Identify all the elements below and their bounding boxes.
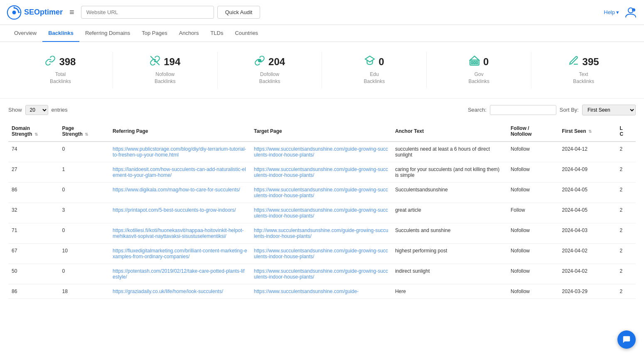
edu-number: 0	[379, 56, 384, 68]
col-header-referring-page: Referring Page	[109, 121, 251, 142]
referring-page-link[interactable]: https://fluxedigitalmarketing.com/brilli…	[113, 248, 247, 259]
total-backlinks-icon	[45, 55, 56, 68]
table-row: 50 0 https://potentash.com/2019/02/12/ta…	[8, 264, 636, 284]
entries-label: entries	[52, 107, 68, 113]
target-page-link[interactable]: https://www.succulentsandsunshine.com/gu…	[254, 207, 388, 219]
target-page-link[interactable]: https://www.succulentsandsunshine.com/gu…	[254, 146, 388, 158]
referring-page-link[interactable]: https://kotiliesi.fi/koti/huonekasvit/na…	[113, 227, 244, 239]
target-page-link[interactable]: http://www.succulentsandsunshine.com/gui…	[254, 227, 388, 239]
cell-target-page: https://www.succulentsandsunshine.com/gu…	[251, 243, 392, 264]
cell-target-page: https://www.succulentsandsunshine.com/gu…	[251, 142, 392, 162]
controls-right: Search: Sort By: First Seen Domain Stren…	[468, 105, 636, 115]
cell-first-seen: 2024-04-05	[559, 182, 617, 203]
search-label: Search:	[468, 107, 487, 113]
gov-label: GovBacklinks	[468, 71, 489, 85]
quick-audit-button[interactable]: Quick Audit	[217, 6, 261, 19]
cell-first-seen: 2024-04-02	[559, 243, 617, 264]
tab-overview[interactable]: Overview	[8, 25, 42, 42]
stat-dofollow: 204 DofollowBacklinks	[218, 52, 322, 88]
cell-follow-nofollow: Nofollow	[507, 142, 559, 162]
cell-target-page: https://www.succulentsandsunshine.com/gu…	[251, 264, 392, 284]
svg-rect-10	[474, 61, 475, 64]
cell-anchor-text: caring for your succulents (and not kill…	[392, 162, 507, 182]
cell-target-page: https://www.succulentsandsunshine.com/gu…	[251, 203, 392, 223]
tab-backlinks[interactable]: Backlinks	[42, 25, 79, 42]
sort-select[interactable]: First Seen Domain Strength Page Strength	[582, 105, 636, 115]
cell-first-seen: 2024-04-03	[559, 223, 617, 243]
referring-page-link[interactable]: https://potentash.com/2019/02/12/take-ca…	[113, 268, 245, 280]
col-header-domain-strength[interactable]: DomainStrength ⇅	[8, 121, 59, 142]
svg-rect-11	[476, 61, 477, 64]
target-page-link[interactable]: https://www.succulentsandsunshine.com/gu…	[254, 187, 388, 198]
target-page-link[interactable]: https://www.succulentsandsunshine.com/gu…	[254, 289, 359, 294]
hamburger-icon[interactable]: ≡	[69, 7, 74, 17]
cell-page-strength: 0	[59, 142, 110, 162]
col-header-follow-nofollow: Follow /Nofollow	[507, 121, 559, 142]
svg-point-6	[258, 59, 261, 62]
gov-number: 0	[483, 56, 489, 68]
help-button[interactable]: Help ▾	[604, 9, 619, 15]
stat-nofollow: 194 NofollowBacklinks	[113, 52, 218, 88]
logo-icon	[7, 5, 22, 20]
cell-anchor-text: Succulents and sunshine	[392, 223, 507, 243]
cell-lc: 2	[617, 243, 636, 264]
cell-referring-page: https://printapot.com/5-best-succulents-…	[109, 203, 251, 223]
cell-page-strength: 3	[59, 203, 110, 223]
table-row: 32 3 https://printapot.com/5-best-succul…	[8, 203, 636, 223]
cell-lc: 2	[617, 284, 636, 298]
tab-top-pages[interactable]: Top Pages	[136, 25, 173, 42]
svg-text:+: +	[633, 10, 634, 12]
target-page-link[interactable]: https://www.succulentsandsunshine.com/gu…	[254, 268, 388, 280]
cell-domain-strength: 71	[8, 223, 59, 243]
referring-page-link[interactable]: https://printapot.com/5-best-succulents-…	[113, 207, 236, 213]
nav-tabs: Overview Backlinks Referring Domains Top…	[0, 25, 644, 42]
stat-text: 395 TextBacklinks	[531, 52, 636, 88]
edu-icon	[364, 55, 375, 68]
cell-follow-nofollow: Nofollow	[507, 182, 559, 203]
gov-icon	[469, 55, 480, 68]
cell-referring-page: https://fluxedigitalmarketing.com/brilli…	[109, 243, 251, 264]
cell-follow-nofollow: Follow	[507, 203, 559, 223]
search-input[interactable]	[490, 105, 556, 115]
col-header-first-seen[interactable]: First Seen ⇅	[559, 121, 617, 142]
col-header-page-strength[interactable]: PageStrength ⇅	[59, 121, 110, 142]
target-page-link[interactable]: https://www.succulentsandsunshine.com/gu…	[254, 166, 388, 178]
referring-page-link[interactable]: https://lanidoesit.com/how-succulents-ca…	[113, 166, 246, 178]
svg-point-1	[12, 10, 16, 14]
referring-page-link[interactable]: https://www.publicstorage.com/blog/diy/d…	[113, 146, 246, 158]
cell-anchor-text: Here	[392, 284, 507, 298]
cell-target-page: https://www.succulentsandsunshine.com/gu…	[251, 162, 392, 182]
table-header-row: DomainStrength ⇅ PageStrength ⇅ Referrin…	[8, 121, 636, 142]
nofollow-number: 194	[164, 56, 180, 68]
backlinks-table-wrapper: DomainStrength ⇅ PageStrength ⇅ Referrin…	[0, 121, 644, 299]
cell-domain-strength: 67	[8, 243, 59, 264]
tab-countries[interactable]: Countries	[229, 25, 264, 42]
cell-follow-nofollow: Nofollow	[507, 264, 559, 284]
cell-domain-strength: 50	[8, 264, 59, 284]
entries-select[interactable]: 20 10 50 100	[25, 105, 48, 115]
cell-follow-nofollow: Nofollow	[507, 162, 559, 182]
cell-lc: 2	[617, 203, 636, 223]
cell-page-strength: 0	[59, 182, 110, 203]
header-right: Help ▾ +	[604, 6, 637, 19]
referring-page-link[interactable]: https://www.digikala.com/mag/how-to-care…	[113, 187, 240, 193]
dofollow-number: 204	[268, 56, 285, 68]
user-icon[interactable]: +	[624, 6, 637, 19]
cell-referring-page: https://lanidoesit.com/how-succulents-ca…	[109, 162, 251, 182]
dofollow-label: DofollowBacklinks	[259, 71, 280, 85]
cell-follow-nofollow: Nofollow	[507, 284, 559, 298]
target-page-link[interactable]: https://www.succulentsandsunshine.com/gu…	[254, 248, 388, 259]
logo: SEOptimer	[7, 5, 63, 20]
referring-page-link[interactable]: https://graziadaily.co.uk/life/home/look…	[113, 289, 223, 294]
cell-follow-nofollow: Nofollow	[507, 223, 559, 243]
tab-anchors[interactable]: Anchors	[173, 25, 205, 42]
col-header-anchor-text: Anchor Text	[392, 121, 507, 142]
tab-referring-domains[interactable]: Referring Domains	[79, 25, 136, 42]
cell-first-seen: 2024-04-05	[559, 203, 617, 223]
backlinks-table: DomainStrength ⇅ PageStrength ⇅ Referrin…	[8, 121, 636, 299]
url-input[interactable]	[81, 6, 214, 19]
tab-tlds[interactable]: TLDs	[204, 25, 229, 42]
cell-anchor-text: Succulentsandsunshine	[392, 182, 507, 203]
total-backlinks-label: TotalBacklinks	[50, 71, 71, 85]
table-row: 86 0 https://www.digikala.com/mag/how-to…	[8, 182, 636, 203]
